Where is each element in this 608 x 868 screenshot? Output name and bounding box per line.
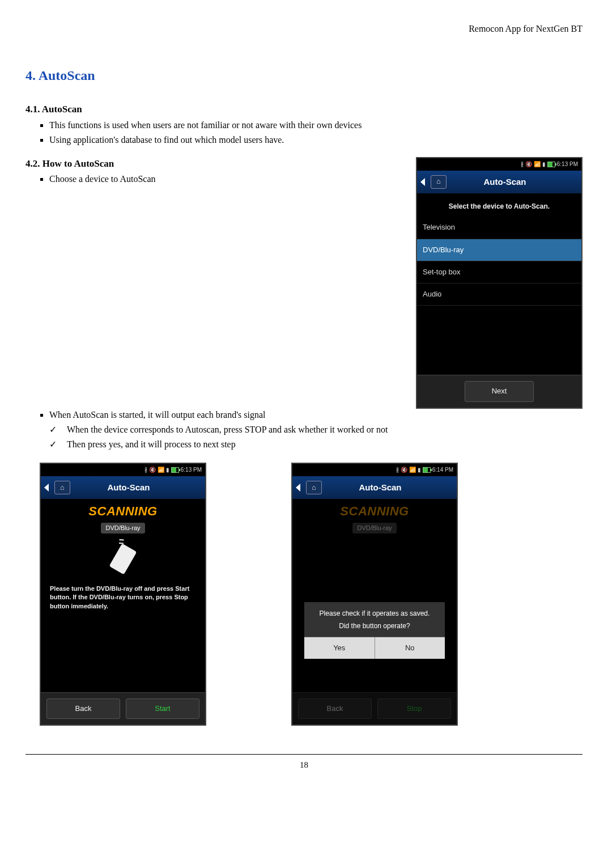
device-item-stb[interactable]: Set-top box — [417, 261, 581, 283]
wifi-icon: 📶 — [158, 466, 164, 474]
status-bar: ∦ 🔇 📶 ▮ 6:13 PM — [41, 464, 205, 476]
chapter-title: 4. AutoScan — [25, 66, 583, 86]
list-item: Choose a device to AutoScan — [49, 173, 393, 185]
section-4-2-title: 4.2. How to AutoScan — [25, 157, 393, 171]
footer-rule — [25, 754, 583, 755]
battery-icon — [423, 467, 431, 473]
start-button[interactable]: Start — [126, 698, 199, 719]
screen-title: Auto-Scan — [307, 481, 453, 493]
scanning-subtitle: DVD/Blu-ray — [352, 523, 396, 533]
status-bar: ∦ 🔇 📶 ▮ 6:14 PM — [292, 464, 457, 476]
next-button[interactable]: Next — [465, 381, 534, 401]
bluetooth-icon: ∦ — [144, 466, 147, 474]
back-button[interactable]: Back — [46, 698, 120, 719]
device-item-television[interactable]: Television — [417, 217, 581, 239]
battery-icon — [171, 467, 179, 473]
check-list: When the device corresponds to Autoscan,… — [25, 424, 583, 451]
scanning-label: SCANNING — [48, 503, 198, 520]
document-header: Remocon App for NextGen BT — [25, 23, 583, 35]
confirm-dialog: Please check if it operates as saved. Di… — [304, 602, 445, 660]
screenshot-scanning-start: ∦ 🔇 📶 ▮ 6:13 PM ⌂ Auto-Scan SCANNING DVD… — [40, 463, 206, 726]
list-item: When the device corresponds to Autoscan,… — [49, 424, 583, 436]
list-item: Using application's database to find out… — [49, 134, 583, 146]
device-list: Television DVD/Blu-ray Set-top box Audio — [417, 217, 581, 375]
list-item: This functions is used when users are no… — [49, 119, 583, 132]
mute-icon: 🔇 — [149, 466, 156, 474]
instruction-text: Select the device to Auto-Scan. — [417, 194, 581, 217]
back-button[interactable]: Back — [298, 698, 372, 719]
bluetooth-icon: ∦ — [521, 160, 524, 168]
bottom-bar: Next — [417, 375, 581, 407]
wifi-icon: 📶 — [409, 466, 416, 474]
page-number: 18 — [25, 759, 583, 771]
status-time: 6:13 PM — [181, 466, 202, 474]
signal-icon: ▮ — [542, 160, 546, 168]
section-4-1-title: 4.1. AutoScan — [25, 103, 583, 116]
status-time: 6:13 PM — [557, 160, 578, 168]
dialog-message: Please check if it operates as saved. — [304, 602, 445, 622]
list-item: When AutoScan is started, it will output… — [49, 409, 583, 421]
no-button[interactable]: No — [375, 637, 445, 659]
mute-icon: 🔇 — [401, 466, 407, 474]
dialog-question: Did the button operate? — [304, 621, 445, 637]
bullet-autoscan-started: When AutoScan is started, it will output… — [25, 409, 583, 421]
section-4-1-list: This functions is used when users are no… — [25, 119, 583, 147]
yes-button[interactable]: Yes — [304, 637, 375, 659]
bottom-bar: Back Stop — [292, 692, 457, 725]
battery-icon — [547, 162, 555, 167]
wifi-icon: 📶 — [534, 160, 541, 168]
screen-title: Auto-Scan — [56, 481, 202, 493]
bluetooth-icon: ∦ — [396, 466, 399, 474]
title-bar: ⌂ Auto-Scan — [417, 171, 581, 194]
stop-button[interactable]: Stop — [377, 698, 451, 719]
screenshot-device-select: ∦ 🔇 📶 ▮ 6:13 PM ⌂ Auto-Scan Select the d… — [416, 157, 583, 409]
signal-icon: ▮ — [166, 466, 169, 474]
mute-icon: 🔇 — [525, 160, 532, 168]
status-bar: ∦ 🔇 📶 ▮ 6:13 PM — [417, 158, 581, 171]
scanning-label: SCANNING — [299, 503, 450, 520]
back-chevron-icon[interactable] — [296, 484, 300, 492]
list-item: Then press yes, and it will process to n… — [49, 438, 583, 451]
status-time: 6:14 PM — [432, 466, 453, 474]
device-item-audio[interactable]: Audio — [417, 283, 581, 306]
section-4-2-list: Choose a device to AutoScan — [25, 173, 393, 185]
remote-icon — [109, 544, 137, 575]
back-chevron-icon[interactable] — [44, 484, 49, 492]
signal-icon: ▮ — [418, 466, 421, 474]
screenshot-scanning-confirm: ∦ 🔇 📶 ▮ 6:14 PM ⌂ Auto-Scan SCANNING DVD… — [291, 463, 458, 726]
back-chevron-icon[interactable] — [420, 178, 425, 186]
device-item-dvd[interactable]: DVD/Blu-ray — [417, 239, 581, 261]
title-bar: ⌂ Auto-Scan — [292, 476, 457, 499]
bottom-bar: Back Start — [41, 692, 205, 725]
title-bar: ⌂ Auto-Scan — [41, 476, 205, 499]
scanning-subtitle: DVD/Blu-ray — [101, 523, 144, 533]
screen-title: Auto-Scan — [432, 176, 578, 188]
scan-instruction: Please turn the DVD/Blu-ray off and pres… — [48, 585, 198, 611]
